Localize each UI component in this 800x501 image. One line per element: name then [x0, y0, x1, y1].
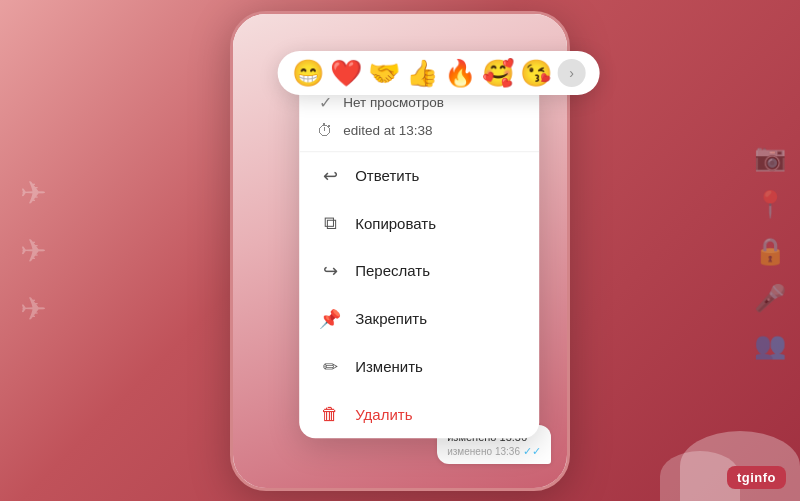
message-time-display: 13:36	[495, 446, 520, 457]
mic-icon: 🎤	[754, 282, 786, 313]
camera-icon: 📷	[754, 141, 786, 172]
message-edited-time-label: изменено	[447, 446, 492, 457]
menu-item-forward[interactable]: ↪ Переслать	[299, 247, 539, 295]
delete-label: Удалить	[355, 406, 412, 423]
reply-icon: ↩	[319, 165, 341, 187]
context-menu: ✓ Нет просмотров ⏱ edited at 13:38 ↩ Отв…	[299, 78, 539, 438]
copy-icon: ⧉	[319, 213, 341, 234]
delete-icon: 🗑	[319, 404, 341, 425]
edited-row: ⏱ edited at 13:38	[315, 117, 523, 145]
reply-label: Ответить	[355, 167, 419, 184]
clock-icon: ⏱	[315, 122, 335, 140]
copy-label: Копировать	[355, 215, 436, 232]
people-icon: 👥	[754, 329, 786, 360]
tginfo-label: tginfo	[737, 470, 776, 485]
forward-icon: ↪	[319, 260, 341, 282]
pin-label: Закрепить	[355, 310, 427, 327]
emoji-fire[interactable]: 🔥	[444, 60, 476, 86]
emoji-reaction-bar: 😁 ❤️ 🤝 👍 🔥 🥰 😘 ›	[278, 51, 600, 95]
edit-icon: ✏	[319, 356, 341, 378]
pin-menu-icon: 📌	[319, 308, 341, 330]
edit-label: Изменить	[355, 358, 423, 375]
menu-item-pin[interactable]: 📌 Закрепить	[299, 295, 539, 343]
paper-plane-icon-2: ✈	[20, 232, 47, 270]
pin-icon: 📍	[754, 188, 786, 219]
menu-item-copy[interactable]: ⧉ Копировать	[299, 200, 539, 247]
edited-label: edited at 13:38	[343, 123, 432, 138]
forward-label: Переслать	[355, 262, 430, 279]
tginfo-badge: tginfo	[727, 466, 786, 489]
read-checkmark: ✓✓	[523, 445, 541, 458]
emoji-grin[interactable]: 😁	[292, 60, 324, 86]
paper-plane-icon-1: ✈	[20, 174, 47, 212]
checkmark-icon: ✓	[315, 93, 335, 112]
lock-icon: 🔒	[754, 235, 786, 266]
emoji-starstruck[interactable]: 🥰	[482, 60, 514, 86]
no-views-label: Нет просмотров	[343, 95, 444, 110]
emoji-thumbsup[interactable]: 👍	[406, 60, 438, 86]
menu-item-edit[interactable]: ✏ Изменить	[299, 343, 539, 391]
paper-plane-icon-3: ✈	[20, 290, 47, 328]
left-decoration: ✈ ✈ ✈	[20, 174, 47, 328]
emoji-heart[interactable]: ❤️	[330, 60, 362, 86]
right-decoration: 📷 📍 🔒 🎤 👥	[754, 141, 786, 360]
menu-item-reply[interactable]: ↩ Ответить	[299, 152, 539, 200]
emoji-handshake[interactable]: 🤝	[368, 60, 400, 86]
emoji-more-button[interactable]: ›	[558, 59, 586, 87]
menu-item-delete[interactable]: 🗑 Удалить	[299, 391, 539, 438]
emoji-kissing[interactable]: 😘	[520, 60, 552, 86]
